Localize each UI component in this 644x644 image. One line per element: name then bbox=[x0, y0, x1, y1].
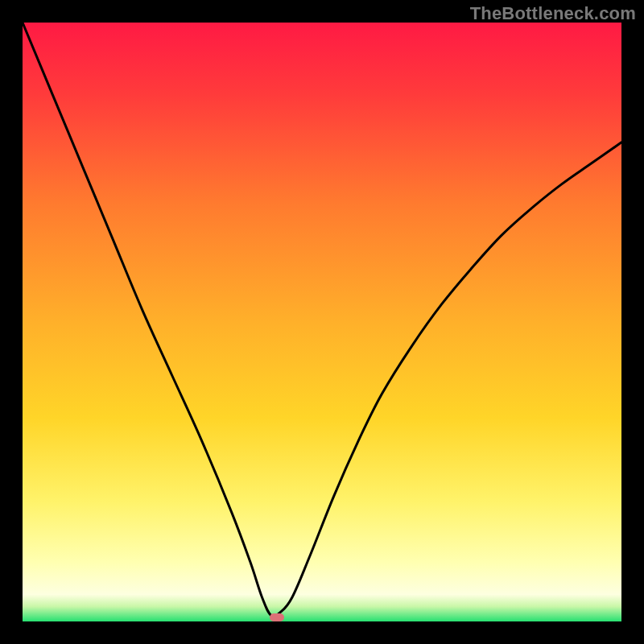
chart-frame: TheBottleneck.com bbox=[0, 0, 644, 644]
curve-layer bbox=[23, 23, 621, 621]
bottleneck-curve bbox=[23, 23, 621, 617]
optimum-marker bbox=[270, 613, 284, 621]
plot-area bbox=[23, 23, 621, 621]
watermark-text: TheBottleneck.com bbox=[470, 3, 636, 24]
